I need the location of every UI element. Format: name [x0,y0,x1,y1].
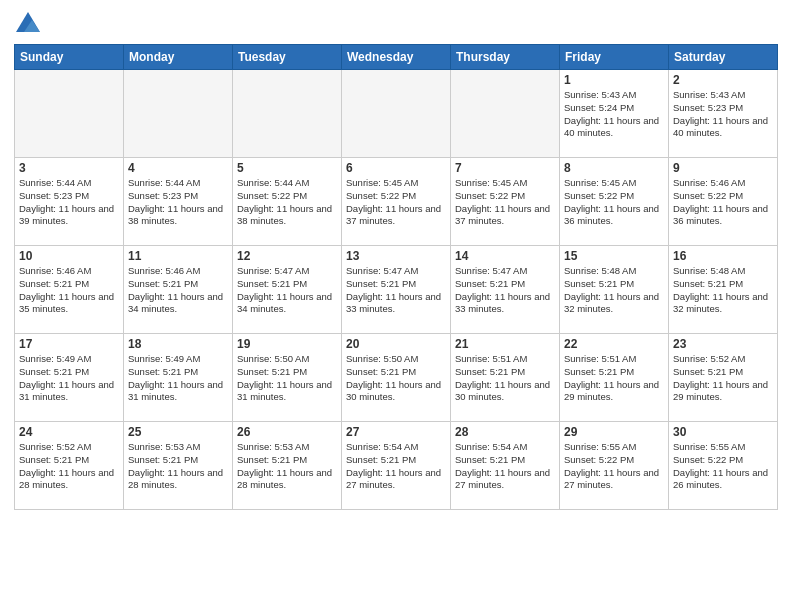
cell-info: Sunrise: 5:49 AM Sunset: 5:21 PM Dayligh… [19,353,119,404]
calendar-cell: 7Sunrise: 5:45 AM Sunset: 5:22 PM Daylig… [451,158,560,246]
day-number: 16 [673,249,773,263]
calendar-cell: 17Sunrise: 5:49 AM Sunset: 5:21 PM Dayli… [15,334,124,422]
day-number: 25 [128,425,228,439]
weekday-header-sunday: Sunday [15,45,124,70]
day-number: 23 [673,337,773,351]
calendar-cell: 12Sunrise: 5:47 AM Sunset: 5:21 PM Dayli… [233,246,342,334]
day-number: 14 [455,249,555,263]
calendar-cell: 27Sunrise: 5:54 AM Sunset: 5:21 PM Dayli… [342,422,451,510]
day-number: 21 [455,337,555,351]
day-number: 28 [455,425,555,439]
cell-info: Sunrise: 5:54 AM Sunset: 5:21 PM Dayligh… [346,441,446,492]
cell-info: Sunrise: 5:44 AM Sunset: 5:22 PM Dayligh… [237,177,337,228]
cell-info: Sunrise: 5:51 AM Sunset: 5:21 PM Dayligh… [455,353,555,404]
day-number: 19 [237,337,337,351]
cell-info: Sunrise: 5:44 AM Sunset: 5:23 PM Dayligh… [128,177,228,228]
calendar-cell [451,70,560,158]
day-number: 24 [19,425,119,439]
calendar-cell: 16Sunrise: 5:48 AM Sunset: 5:21 PM Dayli… [669,246,778,334]
calendar-cell [15,70,124,158]
weekday-header-saturday: Saturday [669,45,778,70]
cell-info: Sunrise: 5:55 AM Sunset: 5:22 PM Dayligh… [673,441,773,492]
calendar-cell: 26Sunrise: 5:53 AM Sunset: 5:21 PM Dayli… [233,422,342,510]
day-number: 13 [346,249,446,263]
day-number: 5 [237,161,337,175]
weekday-header-friday: Friday [560,45,669,70]
calendar-cell: 20Sunrise: 5:50 AM Sunset: 5:21 PM Dayli… [342,334,451,422]
day-number: 4 [128,161,228,175]
calendar-cell: 3Sunrise: 5:44 AM Sunset: 5:23 PM Daylig… [15,158,124,246]
cell-info: Sunrise: 5:53 AM Sunset: 5:21 PM Dayligh… [128,441,228,492]
calendar-cell: 5Sunrise: 5:44 AM Sunset: 5:22 PM Daylig… [233,158,342,246]
day-number: 15 [564,249,664,263]
weekday-header-wednesday: Wednesday [342,45,451,70]
calendar-cell: 2Sunrise: 5:43 AM Sunset: 5:23 PM Daylig… [669,70,778,158]
day-number: 7 [455,161,555,175]
cell-info: Sunrise: 5:46 AM Sunset: 5:22 PM Dayligh… [673,177,773,228]
week-row-1: 1Sunrise: 5:43 AM Sunset: 5:24 PM Daylig… [15,70,778,158]
header [14,10,778,38]
cell-info: Sunrise: 5:45 AM Sunset: 5:22 PM Dayligh… [346,177,446,228]
cell-info: Sunrise: 5:48 AM Sunset: 5:21 PM Dayligh… [673,265,773,316]
calendar-cell [233,70,342,158]
cell-info: Sunrise: 5:49 AM Sunset: 5:21 PM Dayligh… [128,353,228,404]
week-row-5: 24Sunrise: 5:52 AM Sunset: 5:21 PM Dayli… [15,422,778,510]
cell-info: Sunrise: 5:46 AM Sunset: 5:21 PM Dayligh… [128,265,228,316]
day-number: 12 [237,249,337,263]
calendar-table: SundayMondayTuesdayWednesdayThursdayFrid… [14,44,778,510]
week-row-2: 3Sunrise: 5:44 AM Sunset: 5:23 PM Daylig… [15,158,778,246]
week-row-3: 10Sunrise: 5:46 AM Sunset: 5:21 PM Dayli… [15,246,778,334]
day-number: 27 [346,425,446,439]
cell-info: Sunrise: 5:45 AM Sunset: 5:22 PM Dayligh… [455,177,555,228]
calendar-cell: 24Sunrise: 5:52 AM Sunset: 5:21 PM Dayli… [15,422,124,510]
day-number: 20 [346,337,446,351]
cell-info: Sunrise: 5:55 AM Sunset: 5:22 PM Dayligh… [564,441,664,492]
calendar-cell [342,70,451,158]
calendar-cell: 21Sunrise: 5:51 AM Sunset: 5:21 PM Dayli… [451,334,560,422]
cell-info: Sunrise: 5:54 AM Sunset: 5:21 PM Dayligh… [455,441,555,492]
calendar-cell: 22Sunrise: 5:51 AM Sunset: 5:21 PM Dayli… [560,334,669,422]
day-number: 11 [128,249,228,263]
calendar-cell: 29Sunrise: 5:55 AM Sunset: 5:22 PM Dayli… [560,422,669,510]
calendar-cell: 25Sunrise: 5:53 AM Sunset: 5:21 PM Dayli… [124,422,233,510]
calendar-cell: 6Sunrise: 5:45 AM Sunset: 5:22 PM Daylig… [342,158,451,246]
calendar-cell: 30Sunrise: 5:55 AM Sunset: 5:22 PM Dayli… [669,422,778,510]
logo [14,10,45,38]
day-number: 22 [564,337,664,351]
day-number: 29 [564,425,664,439]
weekday-header-monday: Monday [124,45,233,70]
week-row-4: 17Sunrise: 5:49 AM Sunset: 5:21 PM Dayli… [15,334,778,422]
day-number: 8 [564,161,664,175]
calendar-cell: 23Sunrise: 5:52 AM Sunset: 5:21 PM Dayli… [669,334,778,422]
cell-info: Sunrise: 5:52 AM Sunset: 5:21 PM Dayligh… [19,441,119,492]
cell-info: Sunrise: 5:47 AM Sunset: 5:21 PM Dayligh… [346,265,446,316]
day-number: 6 [346,161,446,175]
calendar-cell: 8Sunrise: 5:45 AM Sunset: 5:22 PM Daylig… [560,158,669,246]
day-number: 10 [19,249,119,263]
cell-info: Sunrise: 5:48 AM Sunset: 5:21 PM Dayligh… [564,265,664,316]
cell-info: Sunrise: 5:53 AM Sunset: 5:21 PM Dayligh… [237,441,337,492]
page: SundayMondayTuesdayWednesdayThursdayFrid… [0,0,792,612]
cell-info: Sunrise: 5:43 AM Sunset: 5:23 PM Dayligh… [673,89,773,140]
logo-icon [14,10,42,38]
calendar-cell: 28Sunrise: 5:54 AM Sunset: 5:21 PM Dayli… [451,422,560,510]
cell-info: Sunrise: 5:47 AM Sunset: 5:21 PM Dayligh… [237,265,337,316]
day-number: 9 [673,161,773,175]
calendar-cell: 9Sunrise: 5:46 AM Sunset: 5:22 PM Daylig… [669,158,778,246]
calendar-cell: 18Sunrise: 5:49 AM Sunset: 5:21 PM Dayli… [124,334,233,422]
cell-info: Sunrise: 5:52 AM Sunset: 5:21 PM Dayligh… [673,353,773,404]
calendar-cell: 13Sunrise: 5:47 AM Sunset: 5:21 PM Dayli… [342,246,451,334]
calendar-cell: 11Sunrise: 5:46 AM Sunset: 5:21 PM Dayli… [124,246,233,334]
day-number: 1 [564,73,664,87]
cell-info: Sunrise: 5:43 AM Sunset: 5:24 PM Dayligh… [564,89,664,140]
cell-info: Sunrise: 5:45 AM Sunset: 5:22 PM Dayligh… [564,177,664,228]
calendar-cell: 10Sunrise: 5:46 AM Sunset: 5:21 PM Dayli… [15,246,124,334]
weekday-header-row: SundayMondayTuesdayWednesdayThursdayFrid… [15,45,778,70]
weekday-header-tuesday: Tuesday [233,45,342,70]
weekday-header-thursday: Thursday [451,45,560,70]
calendar-cell: 1Sunrise: 5:43 AM Sunset: 5:24 PM Daylig… [560,70,669,158]
calendar-cell: 15Sunrise: 5:48 AM Sunset: 5:21 PM Dayli… [560,246,669,334]
day-number: 26 [237,425,337,439]
calendar-cell: 14Sunrise: 5:47 AM Sunset: 5:21 PM Dayli… [451,246,560,334]
calendar-cell: 19Sunrise: 5:50 AM Sunset: 5:21 PM Dayli… [233,334,342,422]
